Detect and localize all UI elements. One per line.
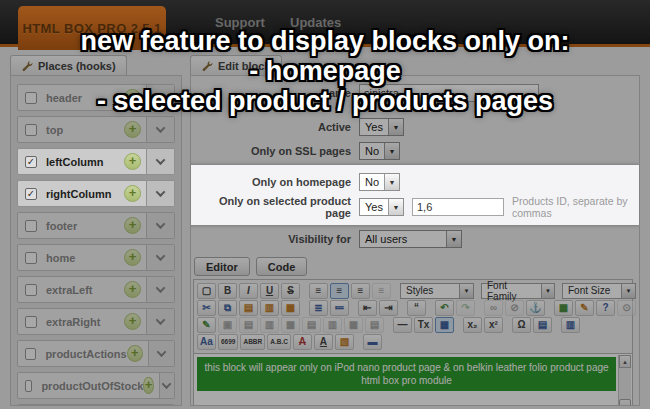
hook-row-footer[interactable]: footer + <box>17 212 175 239</box>
tab-code[interactable]: Code <box>256 257 308 276</box>
add-block-plus-icon[interactable]: + <box>127 345 143 362</box>
scrollbar-thumb[interactable] <box>619 399 631 406</box>
chevron-down-icon[interactable] <box>146 181 174 206</box>
hook-checkbox[interactable]: ✓ <box>25 156 37 168</box>
delete-row-icon[interactable]: ▥ <box>323 317 342 333</box>
add-block-plus-icon[interactable]: + <box>124 185 141 202</box>
new-document-icon[interactable]: ▢ <box>197 283 216 299</box>
edit-attributes-icon[interactable]: ✎ <box>197 317 216 333</box>
hook-row-productfooter[interactable]: productfooter + <box>17 404 175 406</box>
ssl-select[interactable]: No ▼ <box>359 142 400 160</box>
horizontal-rule-icon[interactable]: — <box>393 317 412 333</box>
special-character-icon[interactable]: Ω <box>512 317 531 333</box>
hook-checkbox[interactable] <box>25 252 37 264</box>
superscript-icon[interactable]: x² <box>484 317 503 333</box>
hook-row-productactions[interactable]: productActions + <box>17 340 175 367</box>
hook-checkbox[interactable] <box>25 220 37 232</box>
hook-row-rightcolumn[interactable]: ✓ rightColumn + <box>17 180 175 207</box>
paste-as-text-icon[interactable]: ▥ <box>260 300 279 316</box>
paste-from-word-icon[interactable]: ▦ <box>281 300 300 316</box>
add-block-plus-icon[interactable]: + <box>124 153 141 170</box>
active-select[interactable]: Yes ▼ <box>359 118 404 136</box>
hook-checkbox[interactable] <box>25 380 32 392</box>
chevron-down-icon[interactable] <box>146 277 174 302</box>
anchor-icon[interactable]: ⚓ <box>526 300 545 316</box>
editor-content-area[interactable]: this block will appear only on iPod nano… <box>193 354 633 406</box>
align-center-icon[interactable]: ≡ <box>330 283 349 299</box>
italic-icon[interactable]: I <box>239 283 258 299</box>
hook-row-home[interactable]: home + <box>17 244 175 271</box>
add-block-plus-icon[interactable]: + <box>124 313 141 330</box>
hook-checkbox[interactable] <box>25 316 37 328</box>
move-backward-icon[interactable]: ▥ <box>260 317 279 333</box>
homepage-select[interactable]: No ▼ <box>359 173 400 191</box>
acronym-icon[interactable]: A.B.C <box>267 334 291 350</box>
visual-characters-icon[interactable]: ▬ <box>363 334 382 350</box>
add-block-plus-icon[interactable]: + <box>124 249 141 266</box>
editor-scrollbar[interactable]: ▲ <box>618 355 631 406</box>
hook-checkbox[interactable] <box>25 124 37 136</box>
media-icon[interactable]: ▤ <box>533 317 552 333</box>
hook-row-productoutofstock[interactable]: productOutOfStock + <box>17 372 175 399</box>
insert-column-icon[interactable]: ▦ <box>344 317 363 333</box>
cut-icon[interactable]: ✂ <box>197 300 216 316</box>
link-icon[interactable]: ∞ <box>484 300 503 316</box>
copy-icon[interactable]: ⧉ <box>218 300 237 316</box>
quotation-icon[interactable]: 6699 <box>218 334 238 350</box>
abbreviation-icon[interactable]: ABBR <box>240 334 265 350</box>
hook-row-leftcolumn[interactable]: ✓ leftColumn + <box>17 148 175 175</box>
product-ids-input[interactable] <box>412 198 504 216</box>
bold-icon[interactable]: B <box>218 283 237 299</box>
add-block-plus-icon[interactable]: + <box>143 377 153 394</box>
add-block-plus-icon[interactable]: + <box>124 217 141 234</box>
insertion-icon[interactable]: A <box>314 334 333 350</box>
deletion-icon[interactable]: A <box>293 334 312 350</box>
subscript-icon[interactable]: x₂ <box>463 317 482 333</box>
insert-image-icon[interactable]: ▦ <box>554 300 573 316</box>
chevron-down-icon[interactable] <box>146 117 174 142</box>
hook-checkbox[interactable]: ✓ <box>25 188 37 200</box>
preview-icon[interactable]: ⊙ <box>617 300 636 316</box>
chevron-down-icon[interactable] <box>146 309 174 334</box>
hook-row-extraright[interactable]: extraRight + <box>17 308 175 335</box>
unlink-icon[interactable]: ⊘ <box>505 300 524 316</box>
chevron-down-icon[interactable] <box>146 405 174 406</box>
underline-icon[interactable]: U <box>260 283 279 299</box>
insert-layer-icon[interactable]: ▣ <box>218 317 237 333</box>
strikethrough-icon[interactable]: S <box>281 283 300 299</box>
chevron-down-icon[interactable] <box>146 245 174 270</box>
help-icon[interactable]: ? <box>596 300 615 316</box>
hook-checkbox[interactable] <box>25 284 37 296</box>
add-block-plus-icon[interactable]: + <box>124 281 141 298</box>
hook-row-extraleft[interactable]: extraLeft + <box>17 276 175 303</box>
undo-icon[interactable]: ↶ <box>435 300 454 316</box>
toggle-blocks-icon[interactable]: ▥ <box>561 317 580 333</box>
chevron-down-icon[interactable] <box>146 213 174 238</box>
paste-icon[interactable]: ▤ <box>239 300 258 316</box>
hook-row-top[interactable]: top + <box>17 116 175 143</box>
styles-select[interactable]: Styles ▼ <box>400 283 474 299</box>
align-justify-icon[interactable]: ≡ <box>372 283 391 299</box>
pencil-icon[interactable]: ✎ <box>575 300 594 316</box>
align-left-icon[interactable]: ≡ <box>309 283 328 299</box>
delete-column-icon[interactable]: ▤ <box>365 317 384 333</box>
indent-icon[interactable]: ⇥ <box>379 300 398 316</box>
edit-style-icon[interactable]: Aa <box>197 334 216 350</box>
visibility-select[interactable]: All users ▼ <box>359 230 462 248</box>
move-forward-icon[interactable]: ▤ <box>239 317 258 333</box>
align-right-icon[interactable]: ≡ <box>351 283 370 299</box>
ordered-list-icon[interactable]: ≔ <box>330 300 349 316</box>
font-family-select[interactable]: Font Family ▼ <box>481 283 555 299</box>
tab-editor[interactable]: Editor <box>194 257 250 276</box>
image-properties-icon[interactable]: ▧ <box>335 334 354 350</box>
chevron-down-icon[interactable] <box>146 149 174 174</box>
scroll-up-icon[interactable]: ▲ <box>619 355 631 368</box>
selected-product-select[interactable]: Yes ▼ <box>359 198 404 216</box>
unordered-list-icon[interactable]: ≣ <box>309 300 328 316</box>
blockquote-icon[interactable]: “ <box>407 300 426 316</box>
redo-icon[interactable]: ↷ <box>456 300 475 316</box>
add-block-plus-icon[interactable]: + <box>124 121 141 138</box>
remove-format-icon[interactable]: Tx <box>414 317 433 333</box>
insert-row-icon[interactable]: ▤ <box>302 317 321 333</box>
outdent-icon[interactable]: ⇤ <box>358 300 377 316</box>
